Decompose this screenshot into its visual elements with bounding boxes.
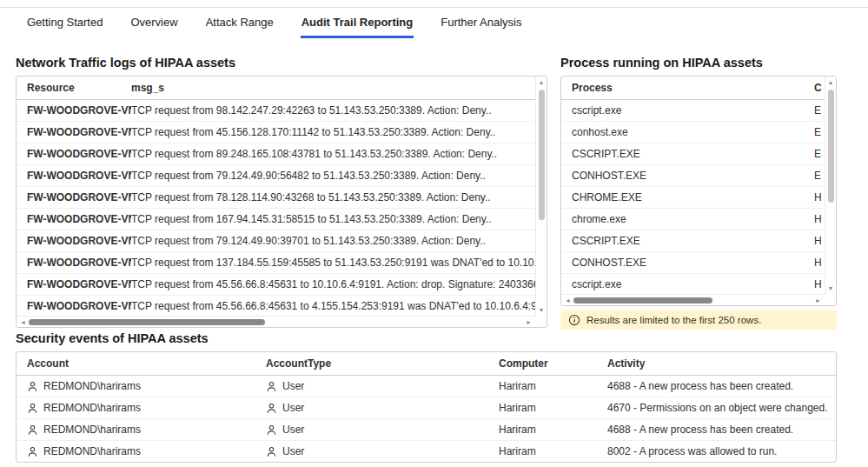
vertical-scrollbar-thumb[interactable] — [828, 90, 834, 203]
column-header-msg-s[interactable]: msg_s — [131, 82, 535, 94]
table-row[interactable]: CHROME.EXEH — [561, 187, 825, 209]
info-icon — [568, 314, 580, 326]
security-grid-header: Account AccountType Computer Activity — [17, 352, 836, 376]
cell-activity: 4670 - Permissions on an object were cha… — [607, 402, 836, 414]
horizontal-scrollbar[interactable]: ◄ ► — [17, 316, 535, 327]
cell-msg-s: TCP request from 78.128.114.90:43268 to … — [131, 191, 535, 203]
table-row[interactable]: FW-WOODGROVE-VNET1TCP request from 45.15… — [17, 122, 535, 143]
table-row[interactable]: REDMOND\hariramsUserHariram4688 - A new … — [17, 376, 836, 397]
person-icon — [266, 381, 277, 392]
cell-resource: FW-WOODGROVE-VNET1 — [17, 126, 131, 138]
scroll-down-icon[interactable]: ▼ — [828, 285, 834, 291]
tab-attack-range[interactable]: Attack Range — [205, 11, 275, 38]
cell-msg-s: TCP request from 167.94.145.31:58515 to … — [131, 213, 535, 225]
network-traffic-panel: Network Traffic logs of HIPAA assets Res… — [16, 56, 547, 328]
tab-further-analysis[interactable]: Further Analysis — [440, 11, 522, 38]
horizontal-scrollbar[interactable]: ◄ ► — [561, 294, 825, 305]
cell-msg-s: TCP request from 45.56.66.8:45631 to 10.… — [131, 278, 535, 290]
person-icon — [266, 403, 277, 414]
scroll-up-icon[interactable]: ▲ — [539, 79, 545, 85]
cell-process: cscript.exe — [561, 278, 814, 290]
column-header-account-type[interactable]: AccountType — [266, 357, 499, 370]
cell-computer: Hariram — [499, 445, 607, 457]
column-header-account[interactable]: Account — [17, 357, 266, 370]
cell-computer: E — [814, 104, 825, 117]
cell-process: CONHOST.EXE — [561, 170, 814, 182]
person-icon — [27, 424, 38, 436]
vertical-scrollbar[interactable]: ▲ ▼ — [535, 77, 547, 316]
scroll-left-icon[interactable]: ◄ — [20, 319, 26, 325]
table-row[interactable]: FW-WOODGROVE-VNET1TCP request from 79.12… — [17, 165, 535, 187]
network-panel-title: Network Traffic logs of HIPAA assets — [16, 56, 547, 70]
tab-audit-trail-reporting[interactable]: Audit Trail Reporting — [301, 11, 414, 38]
table-row[interactable]: REDMOND\hariramsUserHariram4670 - Permis… — [17, 397, 836, 419]
cell-resource: FW-WOODGROVE-VNET1 — [17, 213, 131, 225]
column-header-activity[interactable]: Activity — [607, 357, 836, 370]
cell-computer: H — [814, 191, 825, 203]
cell-msg-s: TCP request from 137.184.55.159:45585 to… — [131, 257, 535, 269]
horizontal-scrollbar-thumb[interactable] — [573, 297, 712, 304]
cell-computer: H — [814, 257, 825, 269]
cell-resource: FW-WOODGROVE-VNET2 — [17, 300, 131, 312]
cell-activity: 4688 - A new process has been created. — [607, 424, 836, 436]
cell-resource: FW-WOODGROVE-VNET1 — [17, 170, 131, 182]
scroll-down-icon[interactable]: ▼ — [539, 307, 545, 313]
column-header-computer[interactable]: C — [814, 82, 825, 94]
column-header-computer[interactable]: Computer — [499, 357, 607, 370]
cell-computer: E — [814, 148, 825, 160]
cell-msg-s: TCP request from 45.56.66.8:45631 to 4.1… — [131, 300, 535, 312]
horizontal-scrollbar-thumb[interactable] — [29, 319, 265, 325]
vertical-scrollbar-thumb[interactable] — [539, 90, 545, 220]
tab-overview[interactable]: Overview — [129, 11, 178, 38]
scroll-left-icon[interactable]: ◄ — [565, 297, 571, 304]
table-row[interactable]: cscript.exeH — [561, 274, 825, 296]
network-traffic-grid: Resource msg_s FW-WOODGROVE-VNET1TCP req… — [16, 76, 547, 328]
cell-process: conhost.exe — [561, 126, 814, 138]
scroll-right-icon[interactable]: ► — [526, 319, 532, 325]
cell-resource: FW-WOODGROVE-VNET1 — [17, 104, 131, 117]
table-row[interactable]: REDMOND\hariramsUserHariram4688 - A new … — [17, 419, 836, 441]
table-row[interactable]: FW-WOODGROVE-VNET2TCP request from 45.56… — [17, 274, 535, 296]
table-row[interactable]: CSCRIPT.EXEH — [561, 230, 825, 252]
table-row[interactable]: FW-WOODGROVE-VNET1TCP request from 79.12… — [17, 230, 535, 252]
column-header-resource[interactable]: Resource — [17, 82, 131, 94]
table-row[interactable]: FW-WOODGROVE-VNET1TCP request from 167.9… — [17, 209, 535, 230]
cell-computer: Hariram — [499, 380, 607, 392]
table-row[interactable]: conhost.exeE — [561, 122, 825, 143]
table-row[interactable]: CONHOST.EXEH — [561, 252, 825, 274]
table-row[interactable]: CONHOST.EXEE — [561, 165, 825, 187]
table-row[interactable]: cscript.exeE — [561, 100, 825, 122]
table-row[interactable]: FW-WOODGROVE-VNET1TCP request from 98.14… — [17, 100, 535, 122]
security-events-panel: Security events of HIPAA assets Account … — [16, 331, 837, 463]
cell-computer: H — [814, 235, 825, 247]
table-row[interactable]: FW-WOODGROVE-VNET2TCP request from 45.56… — [17, 296, 535, 317]
cell-process: CSCRIPT.EXE — [561, 235, 814, 247]
cell-account: REDMOND\harirams — [17, 380, 266, 392]
cell-resource: FW-WOODGROVE-VNET1 — [17, 257, 131, 269]
column-header-process[interactable]: Process — [561, 82, 814, 94]
security-grid: Account AccountType Computer Activity RE… — [16, 351, 837, 463]
scroll-up-icon[interactable]: ▲ — [828, 79, 834, 85]
table-row[interactable]: FW-WOODGROVE-VNET1TCP request from 137.1… — [17, 252, 535, 274]
table-row[interactable]: FW-WOODGROVE-VNET1TCP request from 89.24… — [17, 143, 535, 165]
cell-computer: H — [814, 213, 825, 225]
cell-resource: FW-WOODGROVE-VNET1 — [17, 235, 131, 247]
cell-resource: FW-WOODGROVE-VNET1 — [17, 148, 131, 160]
cell-msg-s: TCP request from 98.142.247.29:42263 to … — [131, 104, 535, 117]
top-divider — [0, 7, 868, 8]
table-row[interactable]: CSCRIPT.EXEE — [561, 143, 825, 165]
cell-account-type: User — [266, 445, 499, 457]
cell-computer: H — [814, 278, 825, 290]
tab-getting-started[interactable]: Getting Started — [26, 11, 103, 38]
cell-account: REDMOND\harirams — [17, 402, 266, 414]
table-row[interactable]: chrome.exeH — [561, 209, 825, 230]
person-icon — [266, 446, 277, 457]
process-panel: Process running on HIPAA assets Process … — [560, 56, 837, 330]
cell-process: CHROME.EXE — [561, 191, 814, 203]
scroll-right-icon[interactable]: ► — [815, 297, 821, 304]
table-row[interactable]: FW-WOODGROVE-VNET1TCP request from 78.12… — [17, 187, 535, 209]
process-panel-title: Process running on HIPAA assets — [560, 56, 837, 70]
person-icon — [27, 403, 38, 414]
table-row[interactable]: REDMOND\hariramsUserHariram8002 - A proc… — [17, 441, 836, 463]
vertical-scrollbar[interactable]: ▲ ▼ — [825, 77, 836, 294]
